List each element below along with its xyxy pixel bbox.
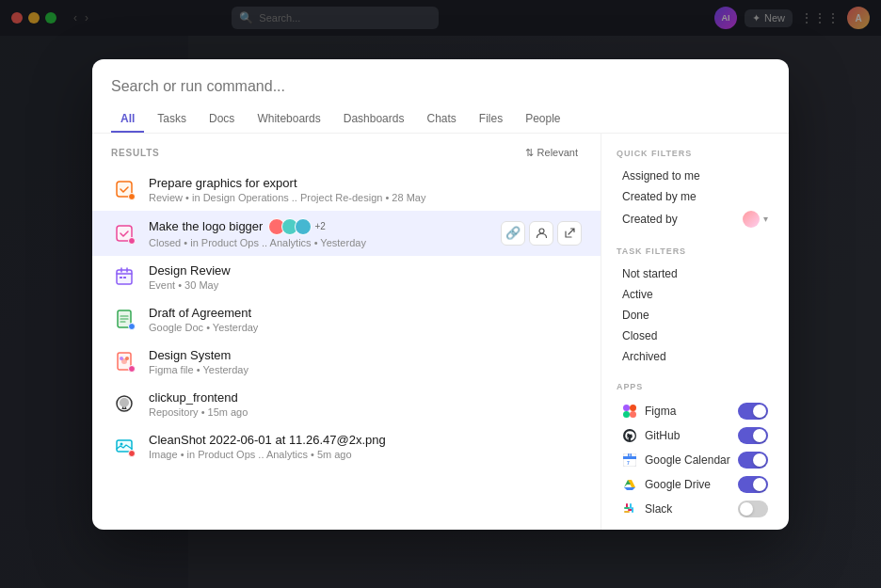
result-icon-gdoc [111, 306, 137, 332]
filter-created-by[interactable]: Created by ▾ [617, 207, 774, 231]
svg-point-10 [125, 357, 129, 360]
gcal-toggle[interactable] [738, 452, 768, 469]
svg-rect-29 [630, 503, 632, 509]
slack-icon [622, 501, 637, 516]
app-google-calendar[interactable]: 7 Google Calendar [617, 448, 774, 472]
svg-rect-4 [120, 277, 122, 278]
task-filters-section: TASK FILTERS Not started Active Done Clo… [617, 246, 774, 367]
github-toggle[interactable] [738, 427, 768, 444]
link-button[interactable]: 🔗 [501, 221, 525, 246]
avatar-count: +2 [314, 221, 325, 231]
tab-whiteboards[interactable]: Whiteboards [248, 106, 329, 133]
figma-icon [622, 404, 637, 419]
filter-assigned-to-me[interactable]: Assigned to me [617, 166, 774, 186]
svg-point-2 [539, 229, 544, 233]
assign-button[interactable] [529, 221, 553, 246]
app-name: Google Drive [645, 478, 711, 491]
quick-filters-section: QUICK FILTERS Assigned to me Created by … [617, 149, 774, 231]
result-content: CleanShot 2022-06-01 at 11.26.47@2x.png … [149, 433, 582, 460]
status-dot [128, 365, 136, 373]
modal-body: RESULTS ⇅ Relevant [92, 134, 789, 530]
results-panel: RESULTS ⇅ Relevant [92, 134, 601, 530]
filter-closed[interactable]: Closed [617, 326, 774, 346]
result-meta: Closed • in Product Ops .. Analytics • Y… [149, 237, 489, 248]
result-item[interactable]: clickup_frontend Repository • 15m ago [92, 383, 601, 425]
command-palette: All Tasks Docs Whiteboards Dashboards Ch… [92, 59, 789, 530]
svg-point-13 [120, 443, 123, 446]
tab-dashboards[interactable]: Dashboards [334, 106, 414, 133]
tab-files[interactable]: Files [470, 106, 512, 133]
svg-rect-30 [624, 507, 630, 509]
open-button[interactable] [557, 221, 582, 246]
filter-active[interactable]: Active [617, 284, 774, 305]
gdrive-toggle[interactable] [738, 476, 768, 493]
svg-rect-21 [628, 453, 630, 456]
result-item[interactable]: CleanShot 2022-06-01 at 11.26.47@2x.png … [92, 425, 601, 468]
results-header: RESULTS ⇅ Relevant [92, 145, 601, 168]
filter-not-started[interactable]: Not started [617, 263, 774, 284]
chevron-down-icon: ▾ [763, 214, 768, 224]
result-title: Design Review [149, 263, 231, 278]
result-title: Draft of Agreement [149, 306, 251, 320]
toggle-knob [753, 405, 766, 418]
result-content: Design Review Event • 30 May [149, 263, 582, 291]
status-dot [128, 323, 136, 330]
sort-icon: ⇅ [525, 147, 534, 159]
result-title: Make the logo bigger [149, 219, 263, 233]
modal-overlay: All Tasks Docs Whiteboards Dashboards Ch… [0, 0, 881, 588]
tab-chats[interactable]: Chats [417, 106, 465, 133]
created-by-avatar [743, 211, 760, 228]
app-figma[interactable]: Figma [617, 399, 774, 423]
svg-rect-22 [631, 453, 633, 456]
result-actions: 🔗 [501, 221, 582, 246]
slack-toggle[interactable] [738, 501, 768, 517]
toggle-knob [753, 453, 766, 467]
filter-created-by-me[interactable]: Created by me [617, 186, 774, 207]
tab-people[interactable]: People [516, 106, 569, 133]
tab-tasks[interactable]: Tasks [148, 106, 196, 133]
figma-toggle[interactable] [738, 403, 768, 420]
svg-rect-33 [632, 507, 633, 513]
results-label: RESULTS [111, 148, 160, 158]
svg-text:7: 7 [627, 460, 630, 466]
link-icon: 🔗 [505, 226, 521, 240]
result-meta: Google Doc • Yesterday [149, 322, 582, 333]
tab-all[interactable]: All [111, 106, 144, 133]
svg-rect-5 [123, 277, 126, 278]
result-meta: Repository • 15m ago [149, 406, 582, 418]
github-icon [622, 428, 637, 443]
svg-rect-19 [623, 453, 636, 467]
filter-archived[interactable]: Archived [617, 346, 774, 367]
result-content: clickup_frontend Repository • 15m ago [149, 390, 582, 418]
svg-rect-31 [624, 511, 630, 513]
app-name: Slack [645, 502, 672, 516]
result-icon-image [111, 433, 137, 459]
result-title: clickup_frontend [149, 390, 238, 405]
command-search-input[interactable] [111, 78, 770, 95]
result-content: Draft of Agreement Google Doc • Yesterda… [149, 306, 582, 333]
svg-rect-20 [623, 456, 636, 459]
quick-filters-title: QUICK FILTERS [617, 149, 774, 158]
result-title: Design System [149, 348, 231, 362]
toggle-knob [753, 429, 766, 442]
app-slack[interactable]: Slack [617, 497, 774, 521]
sort-button[interactable]: ⇅ Relevant [521, 145, 582, 161]
result-item[interactable]: Prepare graphics for export Review • in … [92, 168, 601, 211]
result-item[interactable]: Design System Figma file • Yesterday [92, 341, 601, 383]
modal-search-area: All Tasks Docs Whiteboards Dashboards Ch… [92, 59, 789, 134]
result-icon-figma [111, 348, 137, 374]
result-item[interactable]: Draft of Agreement Google Doc • Yesterda… [92, 298, 601, 341]
svg-rect-15 [630, 405, 636, 411]
toggle-knob [753, 478, 766, 491]
result-item[interactable]: Design Review Event • 30 May [92, 256, 601, 298]
tab-docs[interactable]: Docs [200, 106, 244, 133]
apps-section: APPS Figma [617, 382, 774, 521]
app-github[interactable]: GitHub [617, 423, 774, 448]
app-google-drive[interactable]: Google Drive [617, 472, 774, 497]
result-meta: Figma file • Yesterday [149, 364, 582, 375]
toggle-knob [740, 502, 753, 516]
filter-done[interactable]: Done [617, 305, 774, 326]
right-panel: QUICK FILTERS Assigned to me Created by … [601, 134, 789, 530]
result-item[interactable]: Make the logo bigger +2 Closed • in Prod… [92, 211, 601, 256]
avatar [295, 218, 312, 235]
